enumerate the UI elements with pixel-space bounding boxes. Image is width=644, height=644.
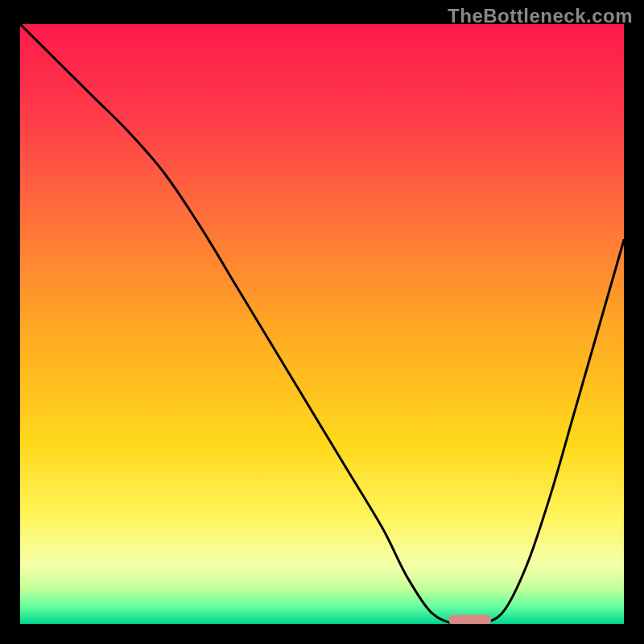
optimal-zone-marker [449,615,492,624]
curve-layer [20,24,624,624]
chart-container: TheBottleneck.com [0,0,644,644]
bottleneck-curve [20,24,624,624]
plot-area [20,24,624,624]
